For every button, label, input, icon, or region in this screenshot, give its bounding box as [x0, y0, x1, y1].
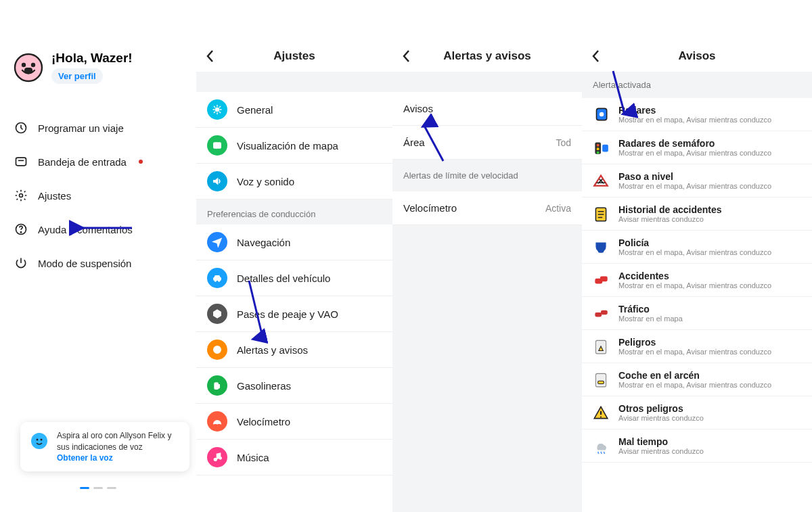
pager-dot-active[interactable]: [80, 487, 89, 489]
promo-pager: [0, 487, 196, 489]
svg-point-15: [215, 280, 216, 281]
back-chevron-icon[interactable]: [591, 49, 601, 67]
aviso-row-historial-de-accidentes[interactable]: Historial de accidentesAvisar mientras c…: [582, 197, 812, 231]
pager-dot[interactable]: [93, 487, 103, 489]
view-profile-button[interactable]: Ver perfil: [51, 68, 103, 84]
panel-profile-menu: ¡Hola, Wazer! Ver perfil Programar un vi…: [0, 41, 196, 512]
settings-item-label: General: [237, 104, 273, 116]
back-chevron-icon[interactable]: [206, 49, 215, 67]
panel-settings: Ajustes GeneralVisualización de mapaVoz …: [196, 41, 392, 512]
screen-header: Avisos: [582, 41, 812, 72]
aviso-subtitle: Mostrar en el mapa, Avisar mientras cond…: [618, 348, 771, 356]
aviso-row-mal-tiempo[interactable]: Mal tiempoAvisar mientras conduzco: [582, 429, 812, 463]
aviso-icon: [591, 370, 610, 389]
row-label: Área: [403, 137, 425, 148]
settings-item-label: Velocímetro: [237, 416, 290, 427]
alert-icon: [207, 340, 227, 360]
settings-item-label: Música: [237, 452, 269, 463]
aviso-row-radares[interactable]: RadaresMostrar en el mapa, Avisar mientr…: [582, 98, 812, 131]
screen-header: Ajustes: [196, 41, 392, 72]
screen-title: Avisos: [678, 49, 715, 63]
row-value: Activa: [545, 203, 571, 214]
back-chevron-icon[interactable]: [402, 49, 411, 67]
map-icon: [207, 135, 227, 156]
svg-point-21: [219, 457, 221, 459]
aviso-title: Historial de accidentes: [618, 204, 722, 215]
row-avisos[interactable]: Avisos: [392, 92, 582, 126]
svg-point-10: [37, 439, 39, 441]
svg-point-26: [597, 147, 600, 150]
aviso-icon: [591, 171, 610, 190]
aviso-icon: [591, 237, 610, 256]
gear-icon: [207, 99, 227, 120]
settings-item-pases-de-peaje-y-vao[interactable]: Pases de peaje y VAO: [196, 296, 392, 332]
empty-area: [392, 225, 582, 512]
aviso-subtitle: Avisar mientras conduzco: [618, 447, 704, 455]
aviso-subtitle: Mostrar en el mapa, Avisar mientras cond…: [618, 381, 771, 389]
panel-alerts: Alertas y avisos Avisos Área Tod Alertas…: [392, 41, 582, 512]
settings-group-driving: NavegaciónDetalles del vehículoPases de …: [196, 225, 392, 475]
aviso-title: Tráfico: [618, 304, 683, 315]
promo-card[interactable]: Aspira al oro con Allyson Felix y sus in…: [20, 422, 189, 471]
gear-icon: [14, 188, 28, 203]
svg-point-18: [216, 348, 219, 351]
aviso-subtitle: Mostrar en el mapa, Avisar mientras cond…: [618, 248, 771, 256]
aviso-row-otros-peligros[interactable]: Otros peligrosAvisar mientras conduzco: [582, 396, 812, 429]
aviso-row-paso-a-nivel[interactable]: Paso a nivelMostrar en el mapa, Avisar m…: [582, 164, 812, 197]
svg-point-38: [600, 416, 602, 417]
settings-item-m-sica[interactable]: Música: [196, 440, 392, 475]
svg-rect-19: [215, 383, 218, 389]
svg-rect-3: [24, 68, 32, 74]
aviso-row-peligros[interactable]: PeligrosMostrar en el mapa, Avisar mient…: [582, 330, 812, 363]
settings-item-alertas-y-avisos[interactable]: Alertas y avisos: [196, 332, 392, 368]
aviso-icon: [591, 304, 610, 323]
settings-item-voz-y-sonido[interactable]: Voz y sonido: [196, 164, 392, 200]
settings-item-veloc-metro[interactable]: Velocímetro: [196, 404, 392, 440]
menu-item-settings[interactable]: Ajustes: [14, 179, 189, 212]
row-label: Avisos: [403, 103, 433, 114]
promo-cta-link[interactable]: Obtener la voz: [57, 453, 113, 463]
settings-section-header: Preferencias de conducción: [196, 200, 392, 225]
svg-rect-34: [601, 310, 608, 315]
aviso-row-coche-en-el-arc-n[interactable]: Coche en el arcénMostrar en el mapa, Avi…: [582, 363, 812, 396]
menu-label: Programar un viaje: [38, 122, 124, 134]
gas-icon: [207, 375, 227, 396]
svg-point-23: [600, 112, 604, 117]
aviso-title: Radares: [618, 105, 771, 116]
aviso-row-radares-de-sem-foro[interactable]: Radares de semáforoMostrar en el mapa, A…: [582, 131, 812, 164]
settings-item-visualizaci-n-de-mapa[interactable]: Visualización de mapa: [196, 128, 392, 164]
svg-rect-33: [595, 312, 602, 317]
menu-label: Bandeja de entrada: [38, 156, 127, 168]
screen-header: Alertas y avisos: [392, 41, 582, 72]
aviso-title: Peligros: [618, 337, 771, 348]
car-icon: [207, 268, 227, 288]
section-gap: [196, 72, 392, 92]
settings-item-general[interactable]: General: [196, 92, 392, 128]
settings-item-label: Alertas y avisos: [237, 344, 308, 356]
aviso-title: Mal tiempo: [618, 436, 704, 447]
menu-item-help[interactable]: Ayuda y comentarios: [14, 212, 189, 246]
settings-item-label: Voz y sonido: [237, 176, 294, 187]
nav-icon: [207, 232, 227, 252]
aviso-title: Policía: [618, 237, 771, 248]
row-area[interactable]: Área Tod: [392, 126, 582, 160]
profile-header: ¡Hola, Wazer! Ver perfil: [14, 51, 189, 84]
menu-item-inbox[interactable]: Bandeja de entrada: [14, 145, 189, 179]
settings-item-detalles-del-veh-culo[interactable]: Detalles del vehículo: [196, 260, 392, 296]
aviso-title: Radares de semáforo: [618, 138, 771, 149]
menu-item-plan-trip[interactable]: Programar un viaje: [14, 111, 189, 145]
svg-point-1: [22, 62, 26, 66]
settings-item-navegaci-n[interactable]: Navegación: [196, 225, 392, 260]
svg-rect-5: [16, 158, 26, 166]
row-speedometer[interactable]: Velocímetro Activa: [392, 191, 582, 225]
inbox-icon: [14, 154, 28, 169]
svg-point-12: [215, 108, 219, 111]
aviso-row-tr-fico[interactable]: TráficoMostrar en el mapa: [582, 297, 812, 330]
settings-item-gasolineras[interactable]: Gasolineras: [196, 368, 392, 404]
pager-dot[interactable]: [107, 487, 116, 489]
menu-item-sleep[interactable]: Modo de suspensión: [14, 246, 189, 280]
aviso-row-accidentes[interactable]: AccidentesMostrar en el mapa, Avisar mie…: [582, 264, 812, 297]
promo-voice-icon: [28, 430, 50, 452]
svg-rect-13: [214, 143, 221, 148]
aviso-row-polic-a[interactable]: PolicíaMostrar en el mapa, Avisar mientr…: [582, 231, 812, 264]
